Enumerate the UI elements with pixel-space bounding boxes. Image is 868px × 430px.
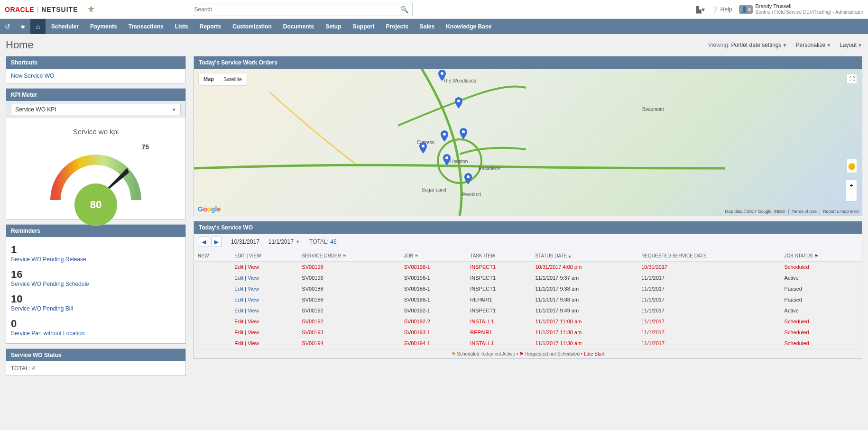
shortcuts-header: Shortcuts (6, 56, 185, 69)
kpi-select[interactable]: Service WO KPI ▼ (11, 104, 181, 115)
nav-lists[interactable]: Lists (169, 19, 194, 34)
reminder-link[interactable]: Service WO Pending Schedule (11, 281, 181, 287)
personalize-menu[interactable]: Personalize▼ (795, 42, 831, 48)
view-link[interactable]: View (248, 329, 259, 335)
layout-menu[interactable]: Layout▼ (840, 42, 862, 48)
map-zoom-out[interactable]: − (846, 191, 857, 201)
edit-link[interactable]: Edit (234, 319, 243, 324)
edit-link[interactable]: Edit (234, 286, 243, 292)
nav-sales[interactable]: Sales (414, 19, 440, 34)
reminder-item: 0Service Part without Location (11, 315, 181, 339)
col-job[interactable]: JOB⚑ (400, 250, 467, 262)
col-task-item[interactable]: TASK ITEM (466, 250, 531, 262)
col-new[interactable]: NEW (194, 250, 231, 262)
table-date-range[interactable]: 10/31/2017 — 11/1/2017 ▼ (231, 238, 300, 245)
cell-task-item: REPAIR1 (466, 294, 531, 305)
map-terms-link[interactable]: Terms of Use (788, 209, 817, 214)
help-link[interactable]: ❔Help (711, 6, 732, 13)
nav-home-icon[interactable]: ⌂ (30, 19, 46, 34)
cell-requested-date: 10/31/2017 (637, 262, 780, 273)
nav-reports[interactable]: Reports (194, 19, 227, 34)
cell-task-item: INSPECT1 (466, 305, 531, 316)
map-fullscreen-icon[interactable]: ⛶ (847, 73, 857, 84)
map-city-pearland: Pearland (462, 192, 481, 197)
edit-link[interactable]: Edit (234, 297, 243, 302)
shortcut-new-service-wo[interactable]: New Service WO (11, 73, 181, 79)
map-pin-icon[interactable] (441, 130, 448, 142)
reminder-link[interactable]: Service Part without Location (11, 330, 181, 337)
map-pin-icon[interactable] (438, 70, 446, 81)
nav-scheduler[interactable]: Scheduler (46, 19, 84, 34)
map-report-link[interactable]: Report a map error (820, 209, 859, 214)
col-service-order[interactable]: SERVICE ORDER⚑ (298, 250, 400, 262)
map-pin-icon[interactable] (455, 97, 462, 109)
nav-favorites-icon[interactable]: ★ (15, 19, 30, 34)
edit-link[interactable]: Edit (234, 308, 243, 313)
kpi-meter-portlet: KPI Meter Service WO KPI ▼ Service wo kp… (6, 88, 186, 220)
view-link[interactable]: View (248, 286, 259, 292)
map-type-toggle: Map Satellite (199, 73, 247, 85)
flag-icon: ⚑ (415, 254, 418, 258)
view-link[interactable]: View (248, 275, 259, 281)
col-status-date[interactable]: STATUS DATE▲ (531, 250, 637, 262)
reminder-item: 10Service WO Pending Bill (11, 290, 181, 315)
viewing-menu[interactable]: Viewing: Portlet date settings▼ (708, 42, 787, 48)
cell-job: SV00198-1 (400, 262, 467, 273)
nav-documents[interactable]: Documents (277, 19, 320, 34)
user-menu[interactable]: 👤▾ Brandy Trussell Sentrien Field Servic… (739, 3, 863, 15)
table-prev-button[interactable]: ◀ (199, 237, 209, 247)
table-row: Edit | ViewSV00192SV00192-2INSTALL111/1/… (194, 316, 862, 327)
service-wo-table: NEW EDIT | VIEW SERVICE ORDER⚑ JOB⚑ TASK… (194, 250, 862, 349)
map-pegman-icon[interactable]: ⬤ (847, 159, 857, 173)
cell-task-item: INSTALL1 (466, 316, 531, 327)
nav-customization[interactable]: Customization (227, 19, 277, 34)
cell-requested-date: 11/1/2017 (637, 316, 780, 327)
view-link[interactable]: View (248, 340, 259, 346)
map-city-beaumont: Beaumont (642, 107, 664, 112)
map-type-map[interactable]: Map (199, 73, 219, 85)
map-zoom-in[interactable]: + (846, 180, 857, 191)
nav-payments[interactable]: Payments (84, 19, 123, 34)
table-row: Edit | ViewSV00188SV00188-1REPAIR111/1/2… (194, 294, 862, 305)
search-input[interactable] (194, 6, 400, 13)
map-pin-icon[interactable] (460, 128, 467, 139)
map-pin-icon[interactable] (443, 154, 451, 165)
view-link[interactable]: View (248, 297, 259, 302)
edit-link[interactable]: Edit (234, 264, 243, 270)
cell-status-date: 11/1/2017 9:38 am (531, 294, 637, 305)
oracle-logo: ORACLE (5, 6, 34, 13)
map-canvas[interactable]: Houston The Woodlands Beaumont Cypress P… (194, 69, 862, 216)
map-pin-icon[interactable] (419, 142, 427, 154)
view-link[interactable]: View (248, 264, 259, 270)
chevron-down-icon: ▼ (858, 43, 862, 48)
nav-projects[interactable]: Projects (380, 19, 414, 34)
svg-point-7 (445, 156, 448, 159)
table-total: TOTAL: 46 (309, 238, 337, 245)
edit-link[interactable]: Edit (234, 275, 243, 281)
nav-support[interactable]: Support (347, 19, 380, 34)
map-pin-icon[interactable] (464, 173, 472, 184)
view-link[interactable]: View (248, 319, 259, 324)
kpi-header: KPI Meter (6, 89, 185, 101)
nav-recent-icon[interactable]: ↺ (0, 19, 15, 34)
edit-link[interactable]: Edit (234, 340, 243, 346)
reminder-link[interactable]: Service WO Pending Bill (11, 305, 181, 312)
reminder-link[interactable]: Service WO Pending Release (11, 256, 181, 263)
nav-transactions[interactable]: Transactions (123, 19, 169, 34)
col-job-status[interactable]: JOB STATUS⚑ (781, 250, 862, 262)
cell-status-date: 11/1/2017 9:37 am (531, 273, 637, 284)
edit-link[interactable]: Edit (234, 329, 243, 335)
global-search[interactable]: 🔍 (190, 3, 413, 16)
nav-knowledge-base[interactable]: Knowledge Base (440, 19, 497, 34)
table-next-button[interactable]: ▶ (211, 237, 222, 247)
feedback-icon[interactable]: ▙▾ (696, 6, 705, 13)
search-icon[interactable]: 🔍 (400, 6, 408, 13)
col-edit-view[interactable]: EDIT | VIEW (231, 250, 298, 262)
map-city-houston: Houston (450, 159, 468, 164)
col-requested-date[interactable]: REQUESTED SERVICE DATE (637, 250, 780, 262)
cell-service-order: SV00194 (298, 338, 400, 349)
view-link[interactable]: View (248, 308, 259, 313)
map-type-satellite[interactable]: Satellite (219, 73, 247, 85)
nav-setup[interactable]: Setup (320, 19, 347, 34)
cell-job: SV00192-1 (400, 305, 467, 316)
